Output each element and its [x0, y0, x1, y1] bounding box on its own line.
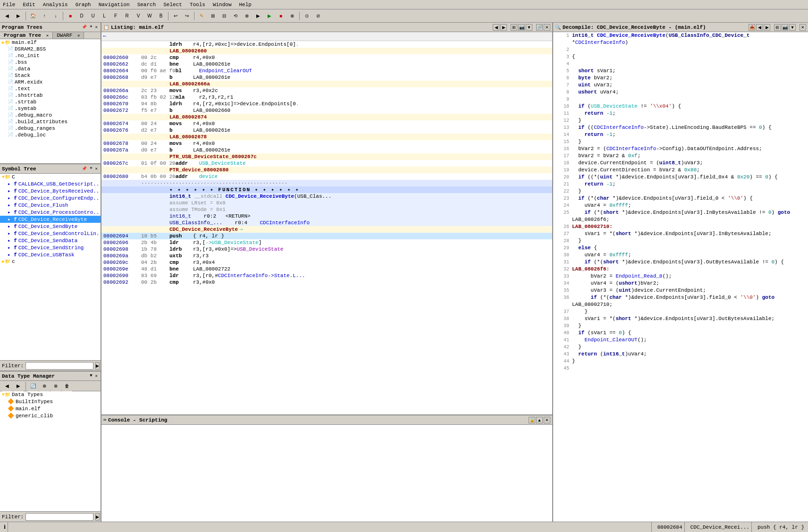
dc-line-24[interactable]: 24 uVar4 = 0xffff;	[554, 202, 808, 209]
tb-btn-19[interactable]: ⊙	[302, 11, 312, 21]
tb-btn-20[interactable]: ⊘	[313, 11, 323, 21]
tree-item-strtab[interactable]: 📄 .strtab	[0, 99, 101, 105]
menu-analysis[interactable]: Analysis	[42, 2, 69, 8]
listing-line-08002676[interactable]: 08002676 d2 e7 b LAB_0800261e	[101, 127, 552, 134]
tree-item-shstrtab[interactable]: 📄 .shstrtab	[0, 92, 101, 99]
listing-line-08002668[interactable]: 08002668 d9 e7 b LAB_0800261e	[101, 74, 552, 81]
dtype-root[interactable]: ▼📁 Data Types	[0, 391, 101, 398]
program-trees-pin[interactable]: 📌	[81, 25, 88, 30]
dc-line-22[interactable]: 22 }	[554, 188, 808, 195]
listing-line-08002698[interactable]: 08002698 1b 78 ldrb r3,[r3,#0x0]=>USB_De…	[101, 246, 552, 253]
tree-item-armexidx[interactable]: 📄 ARM.exidx	[0, 79, 101, 85]
listing-line-08002694[interactable]: 08002694 10 b5 push { r4, lr }	[101, 233, 552, 239]
listing-btn1[interactable]: ⊞	[511, 24, 517, 31]
menu-tools[interactable]: Tools	[189, 2, 206, 8]
dc-line-12[interactable]: 12 }	[554, 117, 808, 124]
tree-item-bss[interactable]: 📄 .bss	[0, 59, 101, 66]
tb-btn-3[interactable]: ↓	[50, 11, 61, 21]
listing-ptr-label-267c[interactable]: PTR_USB_DeviceState_0800267c	[101, 153, 552, 160]
tree-item-stack[interactable]: 📄 Stack	[0, 72, 101, 79]
listing-line-0800266c[interactable]: 0800266c 03 fb 02 12 mla r2,r3,r2,r1	[101, 94, 552, 101]
symbol-send-string[interactable]: ▸ f CDC_Device_SendString	[0, 244, 101, 251]
dc-line-14[interactable]: 14 return -1;	[554, 131, 808, 138]
listing-line-08002674[interactable]: 08002674 00 24 movs r4,#0x0	[101, 120, 552, 127]
symbol-callback[interactable]: ▸ f CALLBACK_USB_GetDescript...	[0, 180, 101, 187]
dtype-btn3[interactable]: ⊗	[50, 381, 61, 391]
tb-run[interactable]: ▶	[264, 11, 275, 21]
listing-line-08002690[interactable]: 08002690 83 69 ldr r3,[r0,#CDCInterfaceI…	[101, 272, 552, 279]
dc-line-40[interactable]: 40 if (sVar1 == 0) {	[554, 329, 808, 337]
tb-btn-8[interactable]: F	[110, 11, 121, 21]
listing-label-08002660[interactable]: LAB_08002660	[101, 48, 552, 54]
dc-line-30[interactable]: 30 uVar4 = 0xffff;	[554, 252, 808, 259]
menu-edit[interactable]: Edit	[22, 2, 36, 8]
dc-line-33[interactable]: 33 bVar2 = Endpoint_Read_8();	[554, 273, 808, 280]
listing-code-area[interactable]: ⟵ ldrh r4,[r2,#0xc]=>device.Endpoints[0]…	[101, 32, 552, 414]
tb-btn-7[interactable]: L	[99, 11, 109, 21]
tree-item-dsram2[interactable]: 📄 DSRAM2_BSS	[0, 46, 101, 52]
dc-line-28[interactable]: 28 }	[554, 237, 808, 245]
symbol-filter-input[interactable]	[25, 362, 93, 370]
dc-line-21[interactable]: 21 return -1;	[554, 181, 808, 188]
listing-btn2[interactable]: 📷	[518, 24, 525, 31]
menu-search[interactable]: Search	[136, 2, 157, 8]
dc-line-37[interactable]: 37 }	[554, 308, 808, 315]
listing-ptr-label-2680[interactable]: PTR_device_08002680	[101, 167, 552, 173]
dc-line-41[interactable]: 41 Endpoint_ClearOUT();	[554, 337, 808, 344]
dc-line-8[interactable]: 8 ushort uVar4;	[554, 89, 808, 96]
tab-program-tree-close[interactable]: ✕	[46, 34, 49, 38]
dtype-builtin[interactable]: 🔶 BuiltInTypes	[0, 398, 101, 405]
dc-line-27[interactable]: 27 sVar1 = *(short *)&device.Endpoints[u…	[554, 230, 808, 237]
menu-navigation[interactable]: Navigation	[98, 2, 131, 8]
tb-btn-14[interactable]: ⊟	[219, 11, 229, 21]
symbol-flush[interactable]: ▸ f CDC_Device_Flush	[0, 202, 101, 209]
dc-line-18[interactable]: 18 device.CurrentEndpoint = (uint8_t)uVa…	[554, 160, 808, 167]
tb-btn-2[interactable]: ↑	[39, 11, 50, 21]
symbol-send-data[interactable]: ▸ f CDC_Device_SendData	[0, 237, 101, 244]
decompile-close[interactable]: ✕	[800, 24, 806, 31]
dc-line-1[interactable]: 1 int16_t CDC_Device_ReceiveByte(USB_Cla…	[554, 32, 808, 46]
tree-item-build-attr[interactable]: 📄 .build_attributes	[0, 118, 101, 125]
tb-btn-6[interactable]: U	[88, 11, 98, 21]
dc-line-34[interactable]: 34 uVar4 = (ushort)bVar2;	[554, 280, 808, 287]
tree-item-debug-loc[interactable]: 📄 .debug_loc	[0, 132, 101, 138]
listing-close[interactable]: ✕	[544, 24, 550, 31]
dtype-close[interactable]: ✕	[94, 373, 99, 379]
dc-line-15[interactable]: 15 }	[554, 138, 808, 145]
symbol-tree-close[interactable]: ✕	[94, 166, 99, 171]
tab-program-tree[interactable]: Program Tree ✕	[0, 32, 53, 39]
tb-undo[interactable]: ↩	[170, 11, 181, 21]
listing-line-0800266a[interactable]: 0800266a 2c 23 movs r3,#0x2c	[101, 87, 552, 94]
listing-line-08002660[interactable]: 08002660 00 2c cmp r4,#0x0	[101, 54, 552, 61]
forward-button[interactable]: ▶	[13, 11, 24, 21]
menu-window[interactable]: Window	[212, 2, 233, 8]
symbol-receive-byte[interactable]: ▸ f CDC_Device_ReceiveByte	[0, 216, 101, 223]
tree-item-debug-ranges[interactable]: 📄 .debug_ranges	[0, 125, 101, 132]
dc-line-31[interactable]: 31 if (*(short *)&device.Endpoints[uVar3…	[554, 259, 808, 266]
listing-line-08002696[interactable]: 08002696 2b 4b ldr r3,[->USB_DeviceState…	[101, 239, 552, 246]
dc-line-36[interactable]: 36 if (*(char *)&device.Endpoints[uVar3]…	[554, 294, 808, 308]
dtype-btn2[interactable]: ⊕	[39, 381, 50, 391]
dc-line-7[interactable]: 7 uint uVar3;	[554, 82, 808, 89]
tb-btn-16[interactable]: ⊕	[242, 11, 252, 21]
menu-graph[interactable]: Graph	[75, 2, 92, 8]
dc-line-3[interactable]: 3 {	[554, 53, 808, 60]
decompile-nav-left[interactable]: ◀	[756, 24, 763, 31]
listing-btn3[interactable]: ▼	[526, 24, 532, 31]
tb-btn-9[interactable]: R	[122, 11, 132, 21]
tree-item-noinit[interactable]: 📄 .no_init	[0, 52, 101, 59]
tb-btn-12[interactable]: B	[156, 11, 166, 21]
dc-line-10[interactable]: 10 if (USB_DeviceState != '\\x04') {	[554, 103, 808, 110]
decompile-dropdown[interactable]: ▼	[789, 24, 796, 31]
dc-line-29[interactable]: 29 else {	[554, 245, 808, 252]
listing-line-0[interactable]: ldrh r4,[r2,#0xc]=>device.Endpoints[0].	[101, 41, 552, 48]
back-button[interactable]: ◀	[2, 11, 12, 21]
tb-btn-4[interactable]: ■	[65, 11, 76, 21]
tb-btn-13[interactable]: ⊞	[208, 11, 218, 21]
tb-btn-18[interactable]: ⊗	[287, 11, 297, 21]
symbol-tree-c-folder[interactable]: ▼📁 C	[0, 174, 101, 180]
symbol-tree-pin[interactable]: 📌	[81, 166, 88, 171]
listing-line-08002670[interactable]: 08002670 94 8b ldrh r4,[r2,#0x1c]=>devic…	[101, 101, 552, 107]
tree-item-text[interactable]: 📄 .text	[0, 85, 101, 92]
symbol-c-folder2[interactable]: ▶📁 c	[0, 258, 101, 265]
